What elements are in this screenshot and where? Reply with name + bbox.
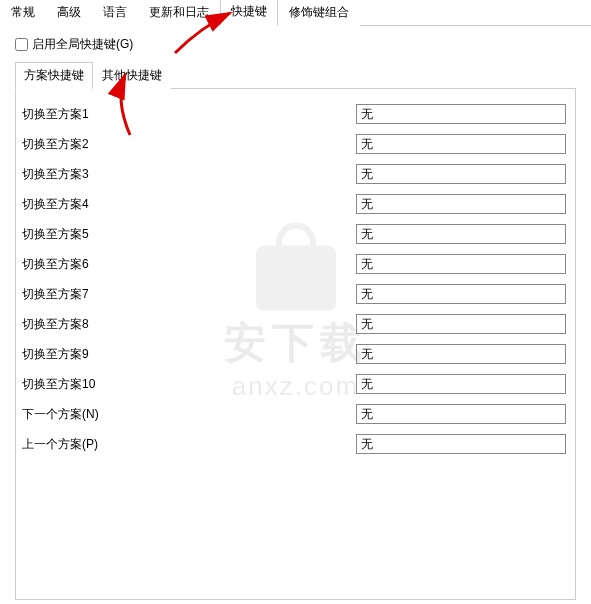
shortcut-row: 切换至方案4: [16, 189, 575, 219]
shortcut-label: 切换至方案3: [16, 166, 356, 183]
shortcut-row: 切换至方案8: [16, 309, 575, 339]
tab-update-log[interactable]: 更新和日志: [138, 0, 220, 26]
shortcut-row: 切换至方案9: [16, 339, 575, 369]
shortcut-row: 下一个方案(N): [16, 399, 575, 429]
shortcut-label: 切换至方案10: [16, 376, 356, 393]
content-area: 启用全局快捷键(G) 方案快捷键 其他快捷键 切换至方案1 切换至方案2 切换至…: [0, 26, 591, 604]
shortcut-input-2[interactable]: [356, 134, 566, 154]
main-tab-bar: 常规 高级 语言 更新和日志 快捷键 修饰键组合: [0, 0, 591, 26]
shortcut-row: 切换至方案3: [16, 159, 575, 189]
shortcut-row: 切换至方案5: [16, 219, 575, 249]
shortcut-row: 切换至方案7: [16, 279, 575, 309]
shortcut-label: 切换至方案5: [16, 226, 356, 243]
shortcut-label: 切换至方案8: [16, 316, 356, 333]
shortcut-label: 切换至方案1: [16, 106, 356, 123]
shortcut-label: 下一个方案(N): [16, 406, 356, 423]
shortcut-label: 切换至方案4: [16, 196, 356, 213]
shortcut-input-next[interactable]: [356, 404, 566, 424]
shortcut-row: 切换至方案10: [16, 369, 575, 399]
shortcut-input-6[interactable]: [356, 254, 566, 274]
shortcut-input-8[interactable]: [356, 314, 566, 334]
shortcut-row: 切换至方案6: [16, 249, 575, 279]
shortcut-input-5[interactable]: [356, 224, 566, 244]
shortcut-input-3[interactable]: [356, 164, 566, 184]
subtab-other-shortcuts[interactable]: 其他快捷键: [93, 62, 171, 89]
shortcut-label: 切换至方案2: [16, 136, 356, 153]
shortcut-input-4[interactable]: [356, 194, 566, 214]
tab-language[interactable]: 语言: [92, 0, 138, 26]
shortcut-label: 切换至方案9: [16, 346, 356, 363]
shortcut-input-1[interactable]: [356, 104, 566, 124]
subtab-scheme-shortcuts[interactable]: 方案快捷键: [15, 62, 93, 89]
shortcut-grid: 切换至方案1 切换至方案2 切换至方案3 切换至方案4 切换至方案5 切换至方案…: [15, 89, 576, 600]
sub-tab-bar: 方案快捷键 其他快捷键: [15, 61, 576, 89]
shortcut-input-10[interactable]: [356, 374, 566, 394]
tab-general[interactable]: 常规: [0, 0, 46, 26]
shortcut-row: 切换至方案1: [16, 99, 575, 129]
enable-global-shortcuts-checkbox[interactable]: [15, 38, 28, 51]
tab-modifier-combos[interactable]: 修饰键组合: [278, 0, 360, 26]
enable-global-shortcuts-label: 启用全局快捷键(G): [32, 36, 133, 53]
shortcut-row: 切换至方案2: [16, 129, 575, 159]
shortcut-input-7[interactable]: [356, 284, 566, 304]
shortcut-input-9[interactable]: [356, 344, 566, 364]
shortcut-label: 切换至方案6: [16, 256, 356, 273]
tab-shortcuts[interactable]: 快捷键: [220, 0, 278, 26]
shortcut-label: 上一个方案(P): [16, 436, 356, 453]
tab-advanced[interactable]: 高级: [46, 0, 92, 26]
shortcut-input-prev[interactable]: [356, 434, 566, 454]
shortcut-label: 切换至方案7: [16, 286, 356, 303]
shortcut-row: 上一个方案(P): [16, 429, 575, 459]
